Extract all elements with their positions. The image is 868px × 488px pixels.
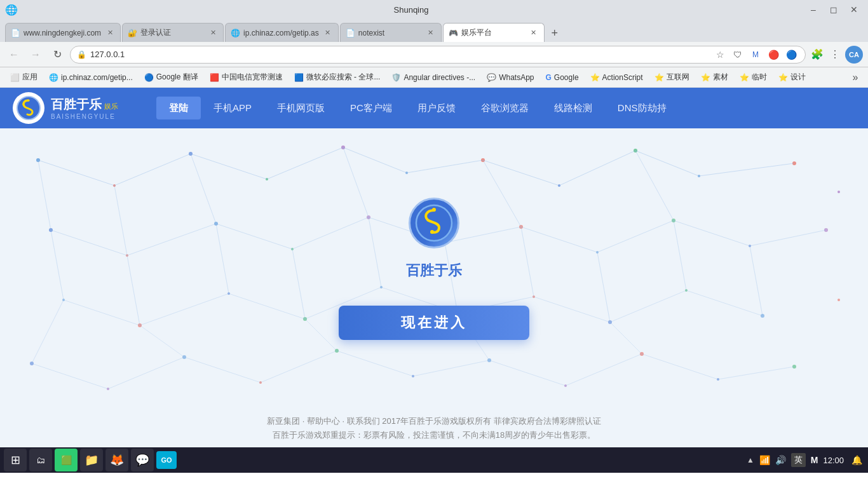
tab-5[interactable]: 🎮 娱乐平台 ✕	[443, 23, 545, 42]
taskbar-ime-label[interactable]: 英	[791, 453, 806, 467]
bookmark-apps-label: 应用	[22, 72, 37, 83]
url-text: 127.0.0.1	[90, 50, 709, 59]
bookmark-google-translate[interactable]: 🔵 Google 翻译	[139, 70, 203, 85]
svg-point-107	[432, 208, 436, 212]
bookmark-angular[interactable]: 🛡️ Angular directives -...	[386, 70, 480, 85]
extension-button[interactable]: 🔴	[766, 47, 781, 62]
bookmark-temp-label: 临时	[752, 72, 767, 83]
browser-icon: 🌐	[5, 4, 18, 16]
minimize-button[interactable]: –	[804, 3, 822, 17]
bookmark-internet[interactable]: ⭐ 互联网	[649, 70, 695, 85]
logo-cn-text: 百胜于乐	[51, 96, 102, 113]
bookmarks-more-button[interactable]: »	[848, 70, 863, 85]
bookmarks-bar: ⬜ 应用 🌐 ip.chinaz.com/getip... 🔵 Google 翻…	[0, 67, 868, 88]
angular-icon: 🛡️	[391, 73, 401, 82]
url-bar[interactable]: 🔒 127.0.0.1 ☆ 🛡 M 🔴 🔵	[70, 46, 806, 64]
center-content: 百胜于乐 现在进入	[0, 128, 868, 409]
tab-2-close[interactable]: ✕	[208, 28, 218, 38]
logo-sub-text: 娱乐	[104, 102, 118, 111]
logo-svg	[16, 95, 41, 121]
maximize-button[interactable]: ◻	[825, 3, 843, 17]
tab-5-favicon: 🎮	[449, 29, 458, 37]
extensions-menu-button[interactable]: 🧩	[810, 47, 825, 62]
back-button[interactable]: ←	[5, 46, 23, 64]
new-tab-button[interactable]: +	[546, 24, 564, 42]
bookmark-materials[interactable]: ⭐ 素材	[696, 70, 733, 85]
bookmark-google[interactable]: G Google	[541, 70, 584, 85]
tab-1-title: www.ningdengkeji.com	[24, 29, 101, 37]
task-view-button[interactable]: 🗂	[29, 449, 52, 471]
refresh-button[interactable]: ↻	[48, 46, 66, 64]
tab-1-close[interactable]: ✕	[105, 28, 115, 38]
taskbar-app-folder[interactable]: 📁	[80, 449, 103, 471]
taskbar-app-go[interactable]: GO	[156, 451, 177, 469]
bookmark-design[interactable]: ⭐ 设计	[773, 70, 811, 85]
site-nav-menu: 登陆 手机APP 手机网页版 PC客户端 用户反馈 谷歌浏览器 线路检测 DNS…	[156, 97, 679, 119]
taskbar-app-wechat[interactable]: 💬	[131, 449, 154, 471]
temp-icon: ⭐	[740, 73, 749, 82]
nav-item-login[interactable]: 登陆	[156, 97, 201, 119]
bookmark-speedtest-label: 中国电信宽带测速	[222, 72, 283, 83]
browser-menu-button[interactable]: ⋮	[827, 47, 843, 62]
shield-button[interactable]: 🛡	[730, 47, 745, 62]
extension2-button[interactable]: 🔵	[783, 47, 799, 62]
svg-point-108	[430, 230, 434, 234]
bookmark-bing-label: 微软必应搜索 - 全球...	[306, 72, 381, 83]
bookmark-chinaz-label: ip.chinaz.com/getip...	[61, 73, 133, 82]
forward-button[interactable]: →	[27, 46, 44, 64]
tab-1[interactable]: 📄 www.ningdengkeji.com ✕	[5, 23, 121, 42]
notification-button[interactable]: 🔔	[849, 452, 864, 468]
tab-4-close[interactable]: ✕	[426, 28, 436, 38]
tab-3[interactable]: 🌐 ip.chinaz.com/getip.as ✕	[225, 23, 339, 42]
taskbar-right: ▲ 📶 🔊 英 M 12:00 🔔	[747, 452, 864, 468]
profile-area: 🧩 ⋮ CA	[810, 46, 863, 64]
nav-item-pc-client[interactable]: PC客户端	[337, 97, 405, 119]
taskbar-volume-icon: 🔊	[775, 455, 786, 465]
bookmark-apps[interactable]: ⬜ 应用	[5, 70, 43, 85]
materials-icon: ⭐	[701, 73, 710, 82]
bookmark-whatsapp[interactable]: 💬 WhatsApp	[482, 70, 539, 85]
nav-item-dns[interactable]: DNS防劫持	[605, 97, 679, 119]
nav-item-mobile-web[interactable]: 手机网页版	[264, 97, 337, 119]
title-bar-center: Shunqing	[18, 5, 804, 15]
taskbar-app-firefox[interactable]: 🦊	[105, 449, 128, 471]
browser-title: Shunqing	[394, 5, 429, 15]
bookmark-design-label: 设计	[790, 72, 806, 83]
taskbar-app-green[interactable]: 🟩	[55, 449, 78, 471]
tab-3-close[interactable]: ✕	[323, 28, 333, 38]
window-controls: – ◻ ✕	[804, 3, 863, 17]
bookmark-bing[interactable]: 🟦 微软必应搜索 - 全球...	[289, 70, 386, 85]
page-content: 百胜于乐 娱乐 BAISHENGYULE 登陆 手机APP 手机网页版 PC客户…	[0, 88, 868, 447]
title-bar-left: 🌐	[5, 4, 18, 16]
bookmark-google-label: Google	[554, 73, 579, 82]
bookmark-star-button[interactable]: ☆	[712, 47, 728, 62]
bookmark-actionscript[interactable]: ⭐ ActionScript	[585, 70, 648, 85]
design-icon: ⭐	[778, 73, 788, 82]
site-footer: 新亚集团 · 帮助中心 · 联系我们 2017年百胜于乐游戏版权所有 菲律宾政府…	[0, 409, 868, 447]
bookmark-chinaz[interactable]: 🌐 ip.chinaz.com/getip...	[44, 70, 138, 85]
tabs-bar: 📄 www.ningdengkeji.com ✕ 🔐 登录认证 ✕ 🌐 ip.c…	[0, 19, 868, 42]
tab-2[interactable]: 🔐 登录认证 ✕	[122, 23, 224, 42]
nav-item-feedback[interactable]: 用户反馈	[405, 97, 468, 119]
tab-1-favicon: 📄	[11, 29, 20, 37]
tab-5-close[interactable]: ✕	[529, 28, 539, 38]
nav-item-mobile-app[interactable]: 手机APP	[201, 97, 264, 119]
nav-item-chrome[interactable]: 谷歌浏览器	[468, 97, 541, 119]
nav-item-line-check[interactable]: 线路检测	[541, 97, 605, 119]
internet-icon: ⭐	[654, 73, 664, 82]
bookmark-temp[interactable]: ⭐ 临时	[735, 70, 772, 85]
profile-icon-button[interactable]: M	[748, 47, 763, 62]
tab-4[interactable]: 📄 notexist ✕	[340, 23, 442, 42]
taskbar: ⊞ 🗂 🟩 📁 🦊 💬 GO ▲ 📶 🔊 英 M 12:00 🔔	[0, 447, 868, 473]
url-actions: ☆ 🛡 M 🔴 🔵	[712, 47, 799, 62]
profile-avatar[interactable]: CA	[845, 46, 863, 64]
main-area: 百胜于乐 现在进入 新亚集团 · 帮助中心 · 联系我们 2017年百胜于乐游戏…	[0, 128, 868, 447]
actionscript-icon: ⭐	[590, 73, 600, 82]
taskbar-time: 12:00	[823, 456, 844, 465]
taskbar-clock[interactable]: 12:00	[823, 456, 844, 465]
close-button[interactable]: ✕	[845, 3, 863, 17]
bookmark-speedtest[interactable]: 🟥 中国电信宽带测速	[205, 70, 288, 85]
logo-en-text: BAISHENGYULE	[51, 113, 118, 120]
start-button[interactable]: ⊞	[4, 449, 27, 471]
enter-button[interactable]: 现在进入	[339, 306, 529, 340]
